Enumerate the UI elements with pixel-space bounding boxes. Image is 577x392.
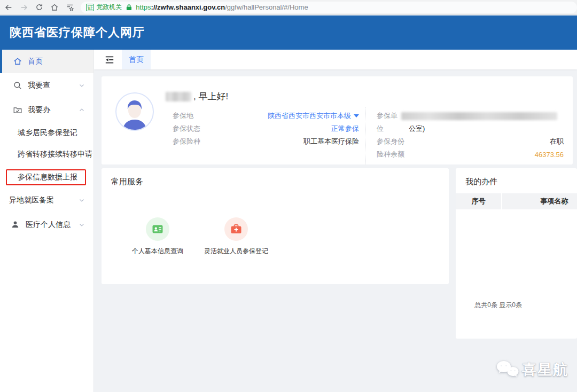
search-icon	[13, 81, 22, 90]
tab-home[interactable]: 首页	[122, 50, 151, 69]
my-cases-panel: 我的办件 序号 事项名称 总共0条 显示0条	[456, 168, 577, 339]
field-insurance-type: 参保险种 职工基本医疗保险	[173, 135, 359, 148]
site-cert-badge[interactable]: 证 党政机关	[86, 3, 122, 12]
watermark: 喜星航	[495, 360, 568, 379]
sidebar-item-data-report[interactable]: 参保信息数据上报	[0, 165, 93, 190]
insured-place-select[interactable]: 陕西省西安市西安市市本级	[268, 111, 359, 121]
avatar	[115, 92, 154, 131]
chevron-down-icon	[79, 82, 85, 89]
service-flexible-employment-register[interactable]: 灵活就业人员参保登记	[204, 217, 268, 256]
service-personal-info-query[interactable]: 个人基本信息查询	[126, 217, 190, 256]
chevron-down-icon	[79, 197, 85, 203]
balance-amount: 46373.56	[535, 151, 564, 159]
field-insured-identity: 参保身份 在职	[377, 135, 564, 148]
field-balance: 险种余额 46373.56	[377, 148, 564, 161]
sidebar-item-handle[interactable]: 我要办	[0, 98, 93, 122]
insurance-info-right: 参保单 位 公室) 参保身份 在职 险种余额 46373.56	[377, 109, 564, 161]
field-insured-place: 参保地 陕西省西安市西安市市本级	[173, 109, 359, 122]
chevron-up-icon	[79, 107, 85, 113]
sidebar-item-resident-register[interactable]: 城乡居民参保登记	[0, 122, 93, 144]
sidebar-item-home[interactable]: 首页	[0, 50, 93, 73]
sidebar-item-query[interactable]: 我要查	[0, 73, 93, 98]
page-title: 陕西省医疗保障个人网厅	[10, 25, 145, 41]
cert-icon: 证	[86, 4, 94, 11]
sidebar-item-remote-medical[interactable]: 异地就医备案	[0, 190, 93, 211]
caret-down-icon	[354, 114, 359, 117]
redacted-name	[166, 92, 191, 101]
chevron-down-icon	[79, 222, 85, 228]
column-header-index: 序号	[456, 193, 501, 209]
field-employer-line2: 位 公室)	[377, 122, 564, 135]
reading-list-icon[interactable]	[63, 2, 77, 13]
column-header-item-name: 事项名称	[502, 193, 577, 209]
highlight-red-box: 参保信息数据上报	[6, 169, 86, 185]
field-insured-status: 参保状态 正常参保	[173, 122, 359, 135]
home-icon[interactable]	[48, 2, 61, 13]
cases-count-summary: 总共0条 显示0条	[474, 301, 522, 310]
tab-bar: 首页	[94, 50, 577, 69]
back-icon[interactable]	[2, 2, 15, 13]
cases-title: 我的办件	[456, 168, 577, 187]
services-title: 常用服务	[102, 168, 449, 187]
greeting: , 早上好!	[166, 90, 228, 103]
common-services-panel: 常用服务 个人基本信息查询 灵活就业人员参保登记	[102, 168, 449, 284]
cases-table-header: 序号 事项名称	[456, 193, 577, 209]
main-area: 首页 , 早上好! 参保地 陕西省西安市西安市市本级	[94, 50, 577, 392]
medical-kit-icon	[224, 217, 248, 241]
watermark-text: 喜星航	[522, 360, 568, 379]
collapse-sidebar-icon[interactable]	[104, 56, 115, 64]
reload-icon[interactable]	[32, 2, 46, 13]
services-row: 个人基本信息查询 灵活就业人员参保登记	[102, 217, 449, 256]
lock-icon[interactable]	[126, 4, 132, 11]
address-bar[interactable]: 证 党政机关 https://zwfw.shaanxi.gov.cn/ggfw/…	[81, 2, 577, 13]
field-employer-line1: 参保单	[377, 109, 564, 122]
browser-toolbar: 证 党政机关 https://zwfw.shaanxi.gov.cn/ggfw/…	[0, 0, 577, 15]
forward-icon[interactable]	[17, 2, 31, 13]
wechat-logo-icon	[495, 360, 519, 379]
person-icon	[11, 220, 20, 230]
home-outline-icon	[13, 57, 22, 66]
sidebar-item-personal-info[interactable]: 医疗个人信息	[0, 211, 93, 239]
redacted-employer	[401, 112, 557, 120]
url-text: https://zwfw.shaanxi.gov.cn/ggfw/hallPer…	[136, 3, 308, 11]
profile-card: , 早上好! 参保地 陕西省西安市西安市市本级 参保状态 正常参保 参保险种 职…	[102, 76, 573, 164]
sidebar-item-transfer-apply[interactable]: 跨省转移接续转移申请	[0, 144, 93, 165]
folder-check-icon	[13, 105, 22, 115]
dotted-divider	[365, 107, 365, 165]
panels-row: 常用服务 个人基本信息查询 灵活就业人员参保登记 我的办件	[102, 168, 577, 339]
app-header: 陕西省医疗保障个人网厅	[0, 15, 577, 50]
insurance-info-left: 参保地 陕西省西安市西安市市本级 参保状态 正常参保 参保险种 职工基本医疗保险	[173, 109, 359, 148]
sidebar: 首页 我要查 我要办 城乡居民参保登记 跨省转移接续转移申请 参保信息数据上报 …	[0, 50, 94, 392]
id-card-icon	[146, 217, 169, 241]
